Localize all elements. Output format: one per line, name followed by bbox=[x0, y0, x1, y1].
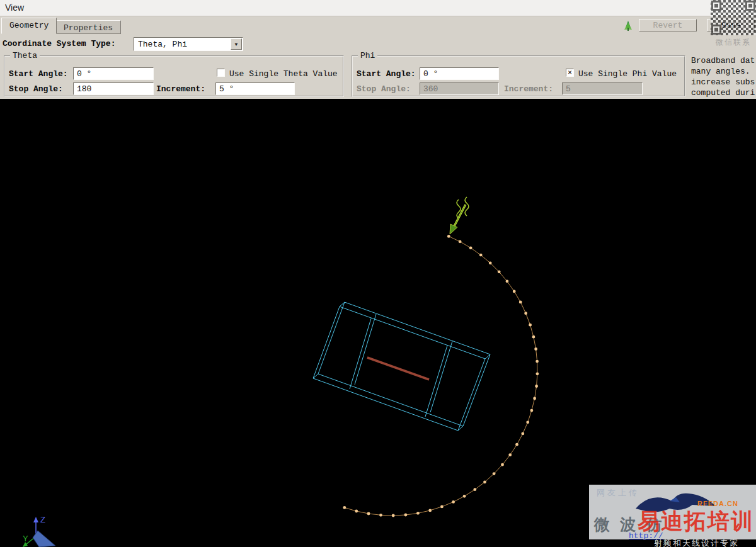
theta-start-input[interactable] bbox=[73, 67, 154, 80]
info-note-line: many angles. bbox=[691, 66, 756, 77]
scene-svg: Z Y bbox=[0, 99, 756, 547]
axis-y-label: Y bbox=[23, 534, 28, 543]
theta-single-label: Use Single Theta Value bbox=[229, 69, 338, 79]
phi-single-label: Use Single Phi Value bbox=[578, 69, 677, 79]
tab-geometry[interactable]: Geometry bbox=[1, 18, 57, 34]
far-field-settings-panel: View Geometry Properties Revert Done Coo… bbox=[0, 0, 756, 99]
theta-group: Theta Start Angle: Use Single Theta Valu… bbox=[4, 55, 344, 97]
application-window: View Geometry Properties Revert Done Coo… bbox=[0, 0, 756, 547]
coordinate-system-select[interactable]: Theta, Phi ▼ bbox=[134, 37, 243, 51]
qr-code: 微信联系 bbox=[711, 0, 756, 48]
theta-group-title: Theta bbox=[10, 51, 40, 60]
coordinate-system-row: Coordinate System Type: Theta, Phi ▼ bbox=[0, 34, 756, 54]
window-titlebar: View bbox=[0, 0, 756, 16]
phi-group-title: Phi bbox=[358, 51, 377, 60]
phi-increment-label: Increment: bbox=[504, 84, 553, 94]
feed-arrow-icon bbox=[450, 197, 469, 234]
tab-bar: Geometry Properties Revert Done bbox=[0, 16, 756, 34]
phi-stop-input[interactable] bbox=[420, 82, 499, 95]
watermark-tagline-text: 射频和天线设计专家 bbox=[654, 538, 739, 547]
info-note-line: computed duri bbox=[691, 87, 756, 98]
axis-triad: Z Y bbox=[23, 515, 55, 547]
info-note-line: increase subs bbox=[691, 77, 756, 87]
chevron-down-icon[interactable]: ▼ bbox=[231, 38, 242, 50]
theta-stop-input[interactable] bbox=[73, 82, 154, 95]
watermark-red-text: 易迪拓培训 bbox=[638, 507, 754, 536]
antenna-wireframe bbox=[313, 302, 490, 431]
axis-x-cone bbox=[33, 531, 55, 547]
phi-increment-input[interactable] bbox=[562, 82, 643, 95]
phi-start-input[interactable] bbox=[420, 67, 499, 80]
angle-groups-row: Theta Start Angle: Use Single Theta Valu… bbox=[0, 54, 756, 99]
info-note-line: Broadband dat bbox=[691, 55, 756, 66]
tab-properties[interactable]: Properties bbox=[55, 20, 121, 34]
farfield-sample-points bbox=[343, 235, 539, 517]
theta-increment-input[interactable] bbox=[215, 82, 295, 95]
phi-start-label: Start Angle: bbox=[357, 69, 416, 79]
theta-increment-label: Increment: bbox=[156, 84, 205, 94]
phi-group: Phi Start Angle: ✕ Use Single Phi Value … bbox=[352, 55, 685, 97]
phi-single-checkbox[interactable]: ✕ bbox=[566, 69, 574, 77]
tab-properties-label: Properties bbox=[64, 23, 113, 33]
qr-code-caption: 微信联系 bbox=[711, 35, 756, 48]
theta-start-label: Start Angle: bbox=[9, 69, 68, 79]
axis-z-label: Z bbox=[40, 515, 45, 524]
theta-stop-label: Stop Angle: bbox=[9, 84, 63, 94]
tab-geometry-label: Geometry bbox=[9, 21, 49, 30]
fit-view-icon[interactable] bbox=[622, 20, 634, 31]
viewport-3d[interactable]: Z Y 网友上传 RFEDA.CN 微 波 仿 http:// 易迪拓培训 射频… bbox=[0, 99, 756, 547]
info-note: Broadband dat many angles. increase subs… bbox=[691, 55, 756, 98]
theta-single-checkbox[interactable] bbox=[217, 69, 225, 77]
qr-code-pattern bbox=[711, 0, 756, 35]
window-title: View bbox=[5, 3, 24, 13]
revert-button[interactable]: Revert bbox=[639, 19, 697, 31]
phi-stop-label: Stop Angle: bbox=[357, 84, 411, 94]
dipole-element bbox=[367, 358, 429, 380]
coordinate-system-value: Theta, Phi bbox=[138, 40, 187, 49]
coordinate-system-label: Coordinate System Type: bbox=[3, 39, 115, 48]
